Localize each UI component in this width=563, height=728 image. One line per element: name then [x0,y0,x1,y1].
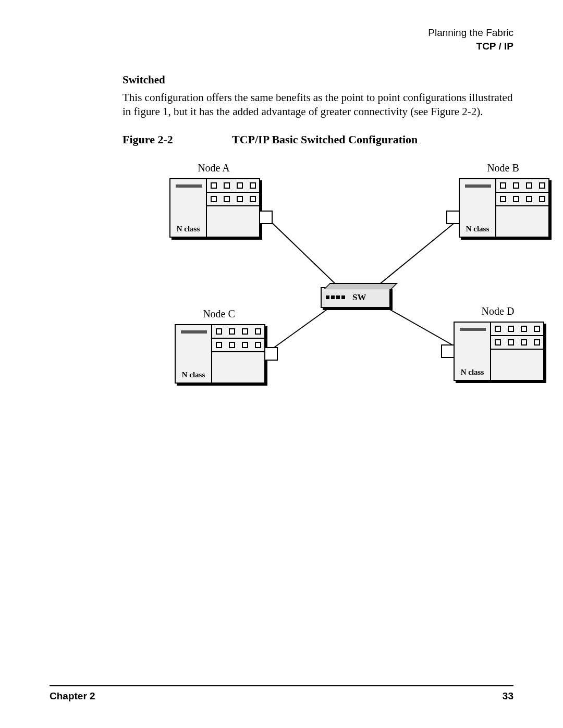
footer-rule [50,685,513,686]
node-a-left: N class [170,179,207,237]
figure-caption-row: Figure 2-2 TCP/IP Basic Switched Configu… [123,133,513,146]
node-b: Node B N class [459,162,547,238]
node-b-card: N class [459,178,549,238]
switch: SW [321,287,390,308]
section-heading: Switched [123,73,513,87]
switch-ports-icon [326,295,345,299]
node-d: Node D N class [454,305,542,381]
drive-slot-icon [181,330,207,334]
node-a-title: Node A [169,162,258,174]
svg-line-3 [378,303,456,347]
svg-line-2 [271,303,336,350]
node-b-left: N class [460,179,496,237]
node-c-title: Node C [175,308,263,320]
node-d-title: Node D [454,305,542,317]
node-d-port-icon [441,344,455,358]
node-a: Node A N class [169,162,258,238]
figure-label: Figure 2-2 [123,133,232,146]
svg-line-0 [268,219,341,290]
node-d-class: N class [455,368,490,377]
page: Planning the Fabric TCP / IP Switched Th… [0,0,563,728]
figure-title: TCP/IP Basic Switched Configuration [232,133,418,146]
page-header: Planning the Fabric TCP / IP [50,26,513,53]
header-topic: TCP / IP [50,40,513,53]
header-section: Planning the Fabric [50,26,513,40]
node-b-port-icon [446,211,460,224]
node-b-class: N class [460,225,495,233]
node-c: Node C N class [175,308,263,384]
node-b-right [496,179,548,237]
node-a-class: N class [170,225,206,233]
figure-diagram: Node A N class Node B [169,162,563,433]
node-b-title: Node B [459,162,547,174]
node-a-right [207,179,259,237]
node-a-port-icon [259,211,273,224]
node-d-right [491,323,543,380]
drive-slot-icon [460,328,486,331]
node-a-card: N class [169,178,260,238]
body-column: Switched This configuration offers the s… [123,73,513,433]
node-c-card: N class [175,324,265,384]
section-paragraph: This configuration offers the same benef… [123,91,513,118]
drive-slot-icon [176,184,202,188]
node-c-port-icon [264,347,278,361]
node-c-right [212,325,264,382]
node-d-card: N class [454,322,544,381]
drive-slot-icon [465,184,491,188]
node-c-left: N class [176,325,212,382]
switch-label: SW [352,292,366,303]
footer-chapter: Chapter 2 [50,690,95,702]
node-c-class: N class [176,371,211,379]
footer-page-number: 33 [503,690,513,702]
svg-line-1 [373,219,459,290]
page-footer: Chapter 2 33 [50,685,513,702]
node-d-left: N class [455,323,491,380]
